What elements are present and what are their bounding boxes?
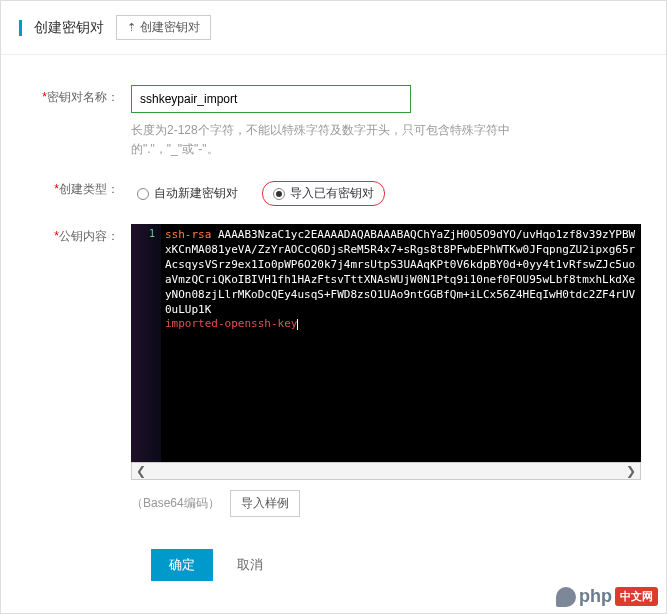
code-content: ssh-rsa AAAAB3NzaC1yc2EAAAADAQABAAABAQCh…	[161, 224, 641, 462]
keypair-name-input[interactable]	[131, 85, 411, 113]
page-title: 创建密钥对	[34, 19, 104, 37]
upload-button-label: 创建密钥对	[140, 19, 200, 36]
title-bar	[19, 20, 22, 36]
watermark: php 中文网	[556, 586, 658, 607]
pubkey-code-editor[interactable]: 1 ssh-rsa AAAAB3NzaC1yc2EAAAADAQABAAABAQ…	[131, 224, 641, 462]
label-create-type: *创建类型：	[21, 177, 131, 206]
radio-import-existing[interactable]: 导入已有密钥对	[262, 181, 385, 206]
radio-auto-new[interactable]: 自动新建密钥对	[131, 183, 244, 204]
horizontal-scrollbar[interactable]: ❮ ❯	[131, 462, 641, 480]
import-sample-button[interactable]: 导入样例	[230, 490, 300, 517]
radio-icon	[137, 188, 149, 200]
radio-import-label: 导入已有密钥对	[290, 185, 374, 202]
upload-icon: ⇡	[127, 21, 136, 34]
encoding-text: （Base64编码）	[131, 495, 220, 512]
scroll-left-icon[interactable]: ❮	[132, 464, 150, 478]
create-keypair-header-button[interactable]: ⇡ 创建密钥对	[116, 15, 211, 40]
line-number-gutter: 1	[131, 224, 161, 462]
radio-icon	[273, 188, 285, 200]
scroll-right-icon[interactable]: ❯	[622, 464, 640, 478]
radio-auto-label: 自动新建密钥对	[154, 185, 238, 202]
label-pubkey-content: *公钥内容：	[21, 224, 131, 531]
name-hint: 长度为2-128个字符，不能以特殊字符及数字开头，只可包含特殊字符中的"."，"…	[131, 121, 511, 159]
confirm-button[interactable]: 确定	[151, 549, 213, 581]
cancel-button[interactable]: 取消	[227, 549, 273, 581]
label-keypair-name: *密钥对名称：	[21, 85, 131, 159]
elephant-icon	[556, 587, 576, 607]
